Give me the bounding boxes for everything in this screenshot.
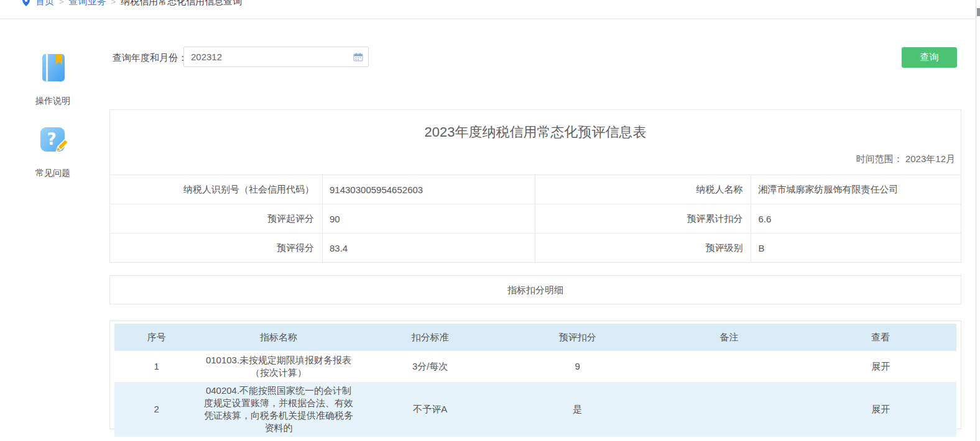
row-indicator-name: 010103.未按规定期限填报财务报表 （按次计算） bbox=[198, 351, 358, 382]
row-deduction-standard: 3分/每次 bbox=[359, 351, 502, 382]
detail-card: 序号 指标名称 扣分标准 预评扣分 备注 查看 1 010103.未按规定期限填… bbox=[109, 321, 961, 429]
taxpayer-name-label: 纳税人名称 bbox=[535, 175, 751, 204]
sidebar-item-faq-label: 常见问题 bbox=[30, 168, 76, 179]
row-seq: 2 bbox=[114, 382, 198, 437]
col-seq: 序号 bbox=[114, 324, 198, 351]
table-header-row: 序号 指标名称 扣分标准 预评扣分 备注 查看 bbox=[114, 324, 956, 351]
question-pencil-icon: ? bbox=[38, 124, 68, 155]
final-score-value: 83.4 bbox=[323, 234, 535, 262]
book-bookmark-icon bbox=[38, 52, 68, 83]
base-score-label: 预评起评分 bbox=[110, 204, 323, 233]
report-row: 预评起评分 90 预评累计扣分 6.6 bbox=[110, 204, 961, 233]
col-pre-deduction: 预评扣分 bbox=[502, 324, 654, 351]
time-range: 时间范围： 2023年12月 bbox=[856, 153, 955, 165]
taxpayer-name-value: 湘潭市城廓家纺服饰有限责任公司 bbox=[751, 175, 961, 204]
total-deduction-value: 6.6 bbox=[751, 204, 961, 233]
row-indicator-name: 040204.不能按照国家统一的会计制度规定设置账簿，并根据合法、有效凭证核算，… bbox=[198, 382, 358, 437]
taxpayer-id-label: 纳税人识别号（社会信用代码） bbox=[110, 175, 323, 204]
col-deduction-standard: 扣分标准 bbox=[359, 324, 502, 351]
col-remark: 备注 bbox=[654, 324, 805, 351]
row-remark bbox=[654, 351, 805, 382]
row-pre-deduction: 是 bbox=[502, 382, 654, 437]
search-button[interactable]: 查询 bbox=[902, 47, 957, 68]
final-score-label: 预评得分 bbox=[110, 234, 323, 262]
breadcrumb-current: 纳税信用常态化信用信息查询 bbox=[121, 0, 242, 7]
report-row: 预评得分 83.4 预评级别 B bbox=[110, 233, 961, 262]
rating-level-value: B bbox=[751, 234, 961, 262]
expand-link[interactable]: 展开 bbox=[805, 351, 956, 382]
taxpayer-id-value: 914303005954652603 bbox=[323, 175, 535, 204]
time-range-value: 2023年12月 bbox=[905, 153, 955, 164]
location-pin-icon bbox=[22, 0, 30, 7]
calendar-icon[interactable] bbox=[353, 53, 363, 61]
col-view: 查看 bbox=[805, 324, 956, 351]
breadcrumb-home[interactable]: 首页 bbox=[35, 0, 54, 7]
col-indicator-name: 指标名称 bbox=[198, 324, 358, 351]
report-fields: 纳税人识别号（社会信用代码） 914303005954652603 纳税人名称 … bbox=[110, 175, 961, 262]
section-header: 指标扣分明细 bbox=[109, 275, 961, 304]
query-period-label: 查询年度和月份： bbox=[113, 52, 187, 64]
row-seq: 1 bbox=[114, 351, 198, 382]
sidebar-item-instructions[interactable]: 操作说明 bbox=[30, 52, 76, 107]
sidebar-item-instructions-label: 操作说明 bbox=[30, 96, 76, 107]
breadcrumb: 首页 > 查询业务 > 纳税信用常态化信用信息查询 bbox=[22, 0, 242, 7]
breadcrumb-separator: > bbox=[111, 0, 116, 6]
base-score-value: 90 bbox=[323, 204, 535, 233]
row-pre-deduction: 9 bbox=[502, 351, 654, 382]
report-row: 纳税人识别号（社会信用代码） 914303005954652603 纳税人名称 … bbox=[110, 175, 961, 204]
breadcrumb-query-business[interactable]: 查询业务 bbox=[69, 0, 106, 7]
time-range-label: 时间范围： bbox=[856, 153, 903, 164]
expand-link[interactable]: 展开 bbox=[805, 382, 956, 437]
query-period-input[interactable] bbox=[183, 47, 369, 67]
breadcrumb-separator: > bbox=[59, 0, 64, 6]
page: 首页 > 查询业务 > 纳税信用常态化信用信息查询 操作说明 bbox=[0, 0, 980, 441]
deduction-table: 序号 指标名称 扣分标准 预评扣分 备注 查看 1 010103.未按规定期限填… bbox=[114, 324, 956, 437]
table-row: 2 040204.不能按照国家统一的会计制度规定设置账簿，并根据合法、有效凭证核… bbox=[114, 382, 956, 437]
scrollbar-track[interactable] bbox=[976, 0, 980, 441]
row-remark bbox=[654, 382, 805, 437]
report-card: 2023年度纳税信用常态化预评信息表 时间范围： 2023年12月 纳税人识别号… bbox=[109, 109, 961, 263]
rating-level-label: 预评级别 bbox=[535, 234, 751, 262]
report-title: 2023年度纳税信用常态化预评信息表 bbox=[110, 123, 961, 142]
row-deduction-standard: 不予评A bbox=[359, 382, 502, 437]
total-deduction-label: 预评累计扣分 bbox=[535, 204, 751, 233]
scrollbar-thumb[interactable] bbox=[977, 8, 980, 16]
svg-text:?: ? bbox=[47, 130, 56, 148]
sidebar-item-faq[interactable]: ? 常见问题 bbox=[30, 124, 76, 179]
table-row: 1 010103.未按规定期限填报财务报表 （按次计算） 3分/每次 9 展开 bbox=[114, 351, 956, 382]
breadcrumb-bar: 首页 > 查询业务 > 纳税信用常态化信用信息查询 bbox=[0, 0, 980, 19]
